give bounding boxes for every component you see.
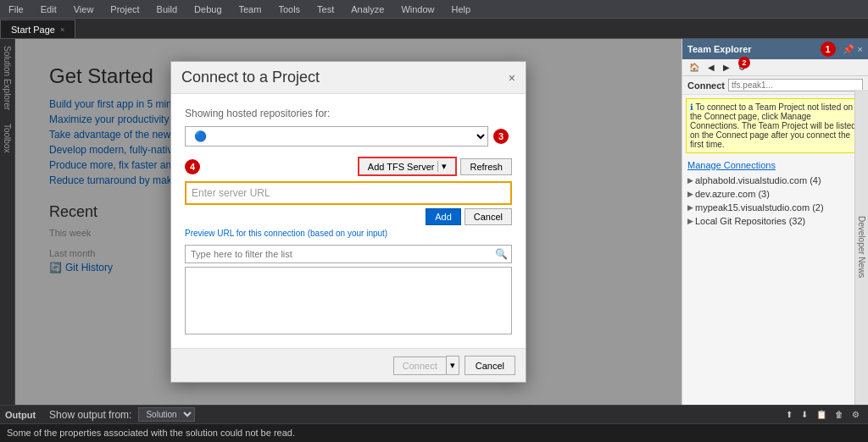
menu-project[interactable]: Project (105, 3, 144, 16)
connect-dropdown-icon[interactable]: ▾ (446, 356, 459, 375)
menu-debug[interactable]: Debug (189, 3, 226, 16)
tab-close-icon[interactable]: × (60, 25, 64, 34)
info-icon: ℹ (690, 102, 693, 112)
sidebar-tab-toolbox[interactable]: Toolbox (1, 117, 14, 159)
connection-label-1: dev.azure.com (3) (695, 189, 770, 199)
arrow-icon-1: ▶ (687, 190, 693, 198)
output-toolbar: ⬆ ⬇ 📋 🗑 ⚙ (782, 408, 863, 421)
connect-button-group: Connect ▾ (393, 356, 459, 375)
developer-news-tab[interactable]: Developer News (854, 90, 868, 405)
connection-item-1[interactable]: ▶ dev.azure.com (3) (687, 187, 863, 201)
connection-label-2: mypeak15.visualstudio.com (2) (695, 202, 824, 213)
sidebar-tab-solution[interactable]: Solution Explorer (1, 39, 14, 117)
team-explorer-title: Team Explorer (687, 44, 752, 54)
connect-button[interactable]: Connect (393, 356, 446, 375)
modal-header: Connect to a Project × (171, 62, 526, 94)
search-icon[interactable]: 🔍 (492, 246, 511, 262)
cancel-footer-button[interactable]: Cancel (465, 356, 515, 375)
preview-text: Preview URL for this connection (based o… (185, 229, 512, 238)
connect-label: Connect (687, 80, 725, 91)
cancel-server-button[interactable]: Cancel (465, 208, 512, 225)
team-explorer-header: Team Explorer 1 📌 × (682, 39, 868, 59)
add-tfs-label: Add TFS Server (368, 162, 435, 172)
toolbar-btn-4[interactable]: 🗑 (832, 408, 847, 421)
modal-footer: Connect ▾ Cancel (171, 348, 526, 382)
tab-label: Start Page (11, 25, 55, 35)
sidebar-left: Solution Explorer Toolbox (0, 39, 15, 405)
main-layout: Solution Explorer Toolbox Get Started Bu… (0, 39, 868, 405)
output-panel: Output Show output from: Solution ⬆ ⬇ 📋 … (0, 405, 868, 442)
connect-row: Connect (682, 76, 868, 95)
add-tfs-server-button[interactable]: Add TFS Server ▾ (358, 157, 458, 176)
toolbar-btn-3[interactable]: 📋 (813, 408, 830, 421)
modal-subtitle: Showing hosted repositories for: (185, 108, 512, 119)
modal-body: Showing hosted repositories for: 🔵 3 4 (171, 94, 526, 348)
notification-text: To connect to a Team Project not listed … (690, 102, 856, 149)
modal-close-button[interactable]: × (509, 71, 515, 85)
filter-input[interactable] (186, 246, 492, 262)
step-4-badge: 4 (185, 159, 200, 174)
notification-box: ℹ To connect to a Team Project not liste… (686, 98, 865, 153)
server-url-input[interactable] (186, 185, 510, 202)
bottom-area: Output Show output from: Solution ⬆ ⬇ 📋 … (0, 405, 868, 442)
refresh-button[interactable]: Refresh (460, 158, 512, 175)
connection-item-3[interactable]: ▶ Local Git Repositories (32) (687, 214, 863, 228)
output-panel-header: Output Show output from: Solution ⬆ ⬇ 📋 … (0, 406, 868, 424)
close-panel-icon[interactable]: × (858, 44, 863, 54)
menu-bar: File Edit View Project Build Debug Team … (0, 0, 868, 19)
menu-help[interactable]: Help (447, 3, 476, 16)
filter-row: 🔍 (185, 245, 512, 263)
arrow-icon-0: ▶ (687, 176, 693, 185)
menu-team[interactable]: Team (234, 3, 267, 16)
developer-news-label: Developer News (857, 216, 866, 278)
show-output-dropdown[interactable]: Solution (138, 407, 195, 422)
menu-build[interactable]: Build (152, 3, 182, 16)
step-2-badge: 2 (738, 57, 750, 69)
modal-overlay: Connect to a Project × Showing hosted re… (15, 39, 682, 405)
menu-view[interactable]: View (69, 3, 99, 16)
menu-tools[interactable]: Tools (273, 3, 305, 16)
manage-connections-section: Manage Connections ▶ alphabold.visualstu… (682, 157, 868, 231)
menu-test[interactable]: Test (312, 3, 339, 16)
connection-label-0: alphabold.visualstudio.com (4) (695, 175, 821, 185)
server-url-input-box (185, 181, 512, 205)
modal-dropdown-row: 🔵 3 (185, 126, 512, 146)
menu-analyze[interactable]: Analyze (346, 3, 389, 16)
back-button[interactable]: ◀ (704, 61, 718, 74)
step-3-badge: 3 (493, 129, 509, 144)
tab-bar: Start Page × (0, 19, 868, 39)
arrow-icon-2: ▶ (687, 203, 693, 212)
server-url-section: Add Cancel Preview URL for this connecti… (185, 181, 512, 238)
add-cancel-row: Add Cancel (185, 208, 512, 229)
modal-title: Connect to a Project (181, 69, 320, 86)
project-list[interactable] (185, 267, 512, 334)
team-explorer-toolbar: 🏠 ◀ ▶ ⚙ 2 (682, 59, 868, 76)
menu-file[interactable]: File (3, 3, 29, 16)
menu-edit[interactable]: Edit (36, 3, 62, 16)
forward-button[interactable]: ▶ (720, 61, 733, 74)
add-tfs-row: 4 Add TFS Server ▾ Refresh (185, 157, 512, 176)
toolbar-btn-1[interactable]: ⬆ (782, 408, 796, 421)
toolbar-btn-2[interactable]: ⬇ (798, 408, 811, 421)
connection-label-3: Local Git Repositories (32) (695, 216, 805, 226)
add-server-button[interactable]: Add (426, 208, 461, 225)
connection-item-0[interactable]: ▶ alphabold.visualstudio.com (4) (687, 174, 863, 187)
pin-icon[interactable]: 📌 (843, 44, 854, 55)
manage-connections-link[interactable]: Manage Connections (687, 160, 863, 170)
connect-search-input[interactable] (728, 79, 863, 91)
hosted-repos-dropdown[interactable]: 🔵 (185, 126, 488, 146)
home-button[interactable]: 🏠 (686, 61, 703, 74)
output-title: Output (5, 410, 36, 420)
connection-item-2[interactable]: ▶ mypeak15.visualstudio.com (2) (687, 201, 863, 214)
step-1-badge: 1 (821, 41, 836, 57)
toolbar-btn-5[interactable]: ⚙ (849, 408, 863, 421)
settings-button[interactable]: ⚙ 2 (735, 61, 749, 74)
show-output-label: Show output from: (49, 409, 131, 421)
tab-start-page[interactable]: Start Page × (0, 19, 75, 38)
output-text: Some of the properties associated with t… (7, 428, 295, 438)
output-content: Some of the properties associated with t… (0, 424, 868, 441)
connect-to-project-modal: Connect to a Project × Showing hosted re… (170, 61, 526, 383)
content-area: Get Started Build your first app in 5 mi… (15, 39, 682, 405)
menu-window[interactable]: Window (396, 3, 439, 16)
team-explorer-panel: Team Explorer 1 📌 × 🏠 ◀ ▶ ⚙ 2 Connect ℹ … (682, 39, 868, 405)
